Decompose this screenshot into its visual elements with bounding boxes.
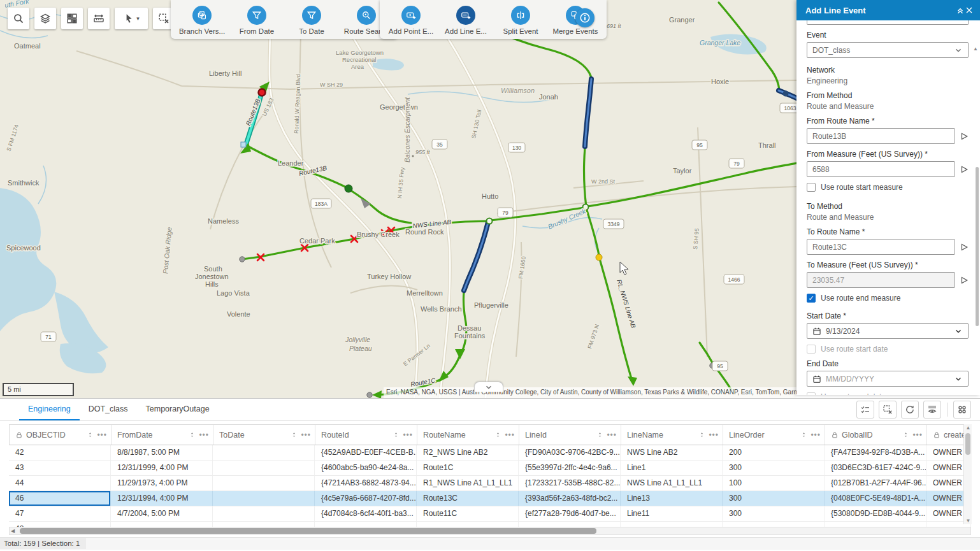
toolbar-button-add-point-e[interactable]: Add Point E... [390,6,432,35]
scroll-down-arrow[interactable]: ▼ [964,518,972,524]
sort-icon[interactable] [87,431,94,438]
use-route-start-measure-checkbox[interactable]: Use route start measure [807,183,969,192]
cell-globalid [825,522,926,527]
scroll-left-arrow[interactable]: ◀ [11,527,15,535]
event-lines[interactable] [242,0,796,395]
column-menu-icon[interactable]: ••• [709,431,719,440]
use-route-start-date-checkbox[interactable]: Use route start date [807,345,969,354]
map-canvas[interactable]: OatmealLiberty HillSmithwickNamelessSpic… [0,0,796,398]
show-hide-columns-button[interactable] [923,401,941,419]
show-selected-records-button[interactable] [856,401,874,419]
column-menu-icon[interactable]: ••• [199,431,209,440]
table-row-42[interactable]: 428/8/1987, 5:00 PM{452A9ABD-E0EF-4CEB-B… [9,445,971,461]
clear-selection-button[interactable] [879,401,897,419]
column-menu-icon[interactable]: ••• [912,431,923,440]
column-header-lineid[interactable]: LineId••• [519,425,621,445]
sort-icon[interactable] [800,431,807,438]
close-panel-button[interactable] [965,6,974,15]
table-row-47[interactable]: 474/7/2004, 5:00 PM{4d7084c8-6cf4-40f1-b… [9,506,971,522]
svg-text:Leander: Leander [278,159,304,167]
column-menu-icon[interactable]: ••• [505,431,515,440]
tab-dot_class[interactable]: DOT_class [80,399,137,420]
cell-todate [213,522,315,527]
attribution-collapse-button[interactable] [474,382,503,392]
column-header-routename[interactable]: RouteName••• [417,425,519,445]
column-menu-icon[interactable]: ••• [97,431,107,440]
sort-icon[interactable] [698,431,705,438]
use-route-end-measure-checkbox[interactable]: ✓ Use route end measure [807,294,969,303]
column-menu-icon[interactable]: ••• [403,431,413,440]
info-button[interactable] [575,8,594,27]
event-label: Event [807,31,969,39]
table-horizontal-scrollbar[interactable]: ◀ [9,527,971,535]
sort-icon[interactable] [291,431,298,438]
layers-tool[interactable] [34,8,56,29]
scrollbar-thumb[interactable] [965,433,970,455]
end-date-picker[interactable]: MM/DD/YYYY [807,371,969,387]
table-vertical-scrollbar[interactable]: ▲ ▼ [963,424,972,524]
svg-text:1063: 1063 [784,105,796,111]
toolbar-button-to-date[interactable]: To Date [291,6,333,35]
scroll-up-arrow[interactable]: ▲ [973,46,978,52]
table-row-44[interactable]: 4411/29/1973, 4:00 PM{47214AB3-6882-4873… [9,476,971,491]
hide-columns-icon [927,404,937,415]
table-options-button[interactable] [953,401,971,419]
to-route-input[interactable] [807,239,955,255]
svg-text:Pflugerville: Pflugerville [474,301,508,309]
pointer-icon [123,13,134,24]
pick-to-route-on-map-button[interactable] [960,243,969,252]
table-row-43[interactable]: 4312/31/1999, 4:00 PM{4600abc5-ba90-4e24… [9,461,971,476]
panel-title: Add Line Event [805,6,956,15]
toolbar-button-from-date[interactable]: From Date [236,6,278,35]
split-event-icon [511,6,530,25]
table-row-46[interactable]: 4612/31/1994, 4:00 PM{4c5e79a6-6687-4207… [9,491,971,506]
toolbar-button-branch-vers[interactable]: Branch Vers... [181,6,223,35]
column-header-objectid[interactable]: OBJECTID••• [10,425,112,445]
column-menu-icon[interactable]: ••• [811,431,821,440]
event-select[interactable]: DOT_class [807,42,969,58]
cell-lineid [519,522,621,527]
start-date-picker[interactable]: 9/13/2024 [807,323,969,339]
tab-engineering[interactable]: Engineering [19,399,80,420]
sort-icon[interactable] [189,431,196,438]
toolbar-button-split-event[interactable]: Split Event [500,6,542,35]
column-menu-icon[interactable]: ••• [301,431,311,440]
tab-temporaryoutage[interactable]: TemporaryOutage [137,399,219,420]
pick-to-measure-on-map-button[interactable] [960,276,969,285]
collapse-panel-button[interactable] [956,6,965,15]
from-route-input[interactable] [807,128,955,144]
scrollbar-thumb[interactable] [20,528,596,534]
sort-icon[interactable] [902,431,909,438]
cell-lineid: {ef277a28-79d6-40d7-be... [519,506,621,521]
column-header-linename[interactable]: LineName••• [621,425,723,445]
pick-from-measure-on-map-button[interactable] [960,165,969,174]
column-header-globalid[interactable]: GlobalID••• [825,425,927,445]
search-tool[interactable] [8,8,29,29]
basemap-svg[interactable]: OatmealLiberty HillSmithwickNamelessSpic… [0,0,796,398]
scroll-up-arrow[interactable]: ▲ [964,425,972,431]
select-tool[interactable]: ▾ [115,8,148,29]
to-measure-input[interactable] [807,272,955,288]
sort-icon[interactable] [393,431,400,438]
toolbar-button-add-line-e[interactable]: Add Line E... [445,6,487,35]
from-measure-input[interactable] [807,161,955,177]
svg-text:Nameless: Nameless [208,217,239,225]
column-header-routeid[interactable]: RouteId••• [315,425,417,445]
table-row-48[interactable]: 48 [9,522,971,527]
svg-text:95: 95 [696,142,703,148]
pick-from-route-on-map-button[interactable] [960,132,969,141]
column-header-todate[interactable]: ToDate••• [213,425,315,445]
column-header-fromdate[interactable]: FromDate••• [112,425,213,445]
sort-icon[interactable] [596,431,603,438]
refresh-table-button[interactable] [901,401,919,419]
use-route-end-date-checkbox[interactable]: Use route end date [807,392,969,395]
basemap-tool[interactable] [61,8,83,29]
cell-linename [621,522,723,527]
measure-tool[interactable] [88,8,110,29]
column-header-lineorder[interactable]: LineOrder••• [723,425,825,445]
chevron-down-icon [484,383,493,392]
checkbox-icon [807,345,816,354]
column-menu-icon[interactable]: ••• [607,431,617,440]
sort-icon[interactable] [494,431,501,438]
panel-scrollbar[interactable] [976,167,979,326]
